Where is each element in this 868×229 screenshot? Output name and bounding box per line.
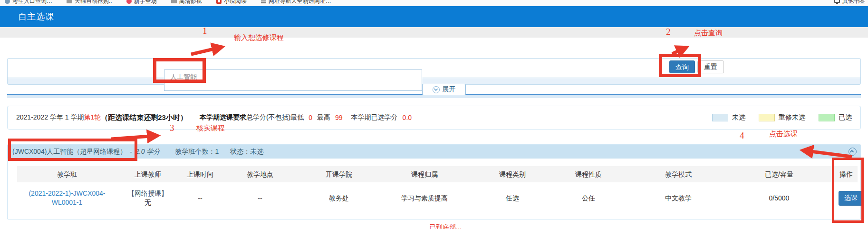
chevron-down-icon bbox=[433, 86, 440, 93]
college-cell: 教务处 bbox=[299, 182, 379, 214]
globe-icon bbox=[5, 0, 10, 4]
query-button[interactable]: 查询 bbox=[669, 60, 695, 73]
class-count: 教学班个数：1 bbox=[175, 148, 219, 156]
bottom-note: 已到底部... bbox=[429, 223, 462, 229]
legend-label: 重修未选 bbox=[779, 113, 805, 122]
teacher-name: 无 bbox=[145, 198, 151, 207]
col-header: 课程类别 bbox=[470, 166, 555, 182]
capacity-cell: 0/5000 bbox=[735, 182, 823, 214]
table-row: (2021-2022-1)-JWCX004-WL0001-1 【网络授课】 无 … bbox=[17, 182, 858, 214]
col-header: 课程性质 bbox=[555, 166, 622, 182]
arrow-step1 bbox=[191, 47, 222, 54]
bookmark-item[interactable]: 网址导航大全精选网址… bbox=[261, 0, 331, 6]
reset-button[interactable]: 重置 bbox=[697, 60, 724, 73]
requirement-text: 总学分(不包括)最低 bbox=[246, 113, 304, 122]
page-title: 自主选课 bbox=[18, 6, 54, 27]
legend-item-retake: 重修未选 bbox=[759, 113, 805, 122]
sub-header-strip bbox=[0, 27, 868, 38]
arrow-step3 bbox=[111, 136, 157, 139]
selected-swatch bbox=[819, 114, 835, 121]
selected-credit-value: 0.0 bbox=[403, 114, 412, 121]
legend-item-selected: 已选 bbox=[819, 113, 852, 122]
selected-credit-label: 本学期已选学分 bbox=[351, 113, 398, 122]
mode-cell: 中文教学 bbox=[622, 182, 735, 214]
table-header-row: 教学班 上课教师 上课时间 教学地点 开课学院 课程归属 课程类别 课程性质 教… bbox=[17, 166, 858, 182]
step3-text: 核实课程 bbox=[196, 124, 225, 133]
legend-item-unselected: 未选 bbox=[712, 113, 745, 122]
search-input[interactable] bbox=[164, 70, 422, 91]
red-dot-icon bbox=[126, 0, 132, 4]
course-selection-page: 考生入口查询… 天猫自动抢购.. 新手全场 高清影视 小说阅读 网址导航大全精选… bbox=[0, 0, 868, 229]
course-header-bar[interactable]: (JWCX004)人工智能（超星网络课程） - 2.0 学分 教学班个数：1 状… bbox=[8, 145, 860, 159]
col-header: 课程归属 bbox=[379, 166, 470, 182]
step2-number: 2 bbox=[666, 27, 671, 37]
bookmark-item[interactable]: 小说阅读 bbox=[216, 0, 247, 6]
countdown-text: （距选课结束还剩23小时） bbox=[101, 113, 187, 122]
expand-label: 展开 bbox=[443, 85, 456, 94]
bookmark-label: 小说阅读 bbox=[224, 0, 247, 5]
category-cell: 任选 bbox=[470, 182, 555, 214]
class-table: 教学班 上课教师 上课时间 教学地点 开课学院 课程归属 课程类别 课程性质 教… bbox=[17, 166, 858, 214]
step1-number: 1 bbox=[203, 26, 207, 36]
course-result-section: (JWCX004)人工智能（超星网络课程） - 2.0 学分 教学班个数：1 状… bbox=[7, 144, 861, 219]
monitor-icon bbox=[834, 0, 840, 3]
col-header-action: 操作 bbox=[823, 166, 857, 182]
browser-bookmarks-bar: 考生入口查询… 天猫自动抢购.. 新手全场 高清影视 小说阅读 网址导航大全精选… bbox=[0, 0, 868, 6]
expand-toggle[interactable]: 展开 bbox=[422, 84, 466, 95]
status-legend: 未选 重修未选 已选 bbox=[712, 113, 852, 122]
step4-number: 4 bbox=[740, 130, 744, 141]
teacher-cell: 【网络授课】 无 bbox=[117, 182, 179, 214]
action-cell: 选课 bbox=[823, 182, 857, 214]
step1-text: 输入想选修课程 bbox=[234, 33, 284, 42]
max-credit-value: 99 bbox=[335, 114, 343, 121]
select-course-button[interactable]: 选课 bbox=[839, 191, 863, 206]
min-credit-value: 0 bbox=[309, 114, 312, 121]
app-header: 自主选课 bbox=[0, 6, 868, 27]
bookmark-label: 网址导航大全精选网址… bbox=[269, 0, 331, 5]
course-status: 状态：未选 bbox=[230, 148, 263, 156]
col-header: 开课学院 bbox=[299, 166, 379, 182]
bookmark-label: 考生入口查询… bbox=[12, 0, 52, 5]
bookmark-label: 新手全场 bbox=[134, 0, 157, 5]
red-square-icon bbox=[216, 0, 222, 4]
other-bookmarks-label: 其他书签 bbox=[842, 0, 865, 5]
col-header: 教学班 bbox=[17, 166, 117, 182]
class-name-link[interactable]: (2021-2022-1)-JWCX004-WL0001-1 bbox=[17, 189, 117, 207]
bookmark-item[interactable]: 考生入口查询… bbox=[5, 0, 52, 6]
nature-cell: 公任 bbox=[555, 182, 622, 214]
unselected-swatch bbox=[712, 114, 728, 121]
course-separator: - bbox=[130, 148, 132, 156]
max-credit-label: 最高 bbox=[317, 113, 330, 122]
col-header: 教学地点 bbox=[222, 166, 299, 182]
col-header: 上课时间 bbox=[179, 166, 222, 182]
bookmark-label: 天猫自动抢购.. bbox=[75, 0, 112, 5]
bookmark-item[interactable]: 新手全场 bbox=[126, 0, 157, 6]
chevron-up-icon[interactable] bbox=[849, 148, 857, 156]
arrow-step2 bbox=[672, 48, 686, 54]
belong-cell: 学习与素质提高 bbox=[379, 182, 470, 214]
retake-swatch bbox=[759, 114, 775, 121]
semester-info-panel: 2021-2022 学年 1 学期 第1轮 （距选课结束还剩23小时） 本学期选… bbox=[7, 106, 861, 129]
step2-text: 点击查询 bbox=[694, 29, 723, 38]
time-cell: -- bbox=[179, 182, 222, 214]
col-header: 已选/容量 bbox=[735, 166, 823, 182]
menu-icon bbox=[261, 0, 266, 3]
step4-text: 点击选课 bbox=[769, 129, 798, 139]
filter-panel bbox=[7, 58, 861, 85]
legend-label: 未选 bbox=[732, 113, 745, 122]
round-text: 第1轮 bbox=[84, 113, 101, 122]
bookmark-item[interactable]: 高清影视 bbox=[171, 0, 202, 6]
term-text: 2021-2022 学年 1 学期 bbox=[16, 113, 84, 122]
folder-icon bbox=[67, 0, 72, 3]
step3-number: 3 bbox=[170, 123, 174, 133]
col-header: 教学模式 bbox=[622, 166, 735, 182]
bookmark-label: 高清影视 bbox=[179, 0, 202, 5]
other-bookmarks-button[interactable]: 其他书签 bbox=[834, 0, 865, 6]
requirement-label: 本学期选课要求 bbox=[200, 113, 246, 122]
course-credits: 2.0 学分 bbox=[135, 148, 160, 156]
bookmark-item[interactable]: 天猫自动抢购.. bbox=[67, 0, 112, 6]
teaching-mode-tag: 【网络授课】 bbox=[128, 189, 168, 198]
filter-panel-footer bbox=[8, 78, 860, 84]
folder-icon bbox=[171, 0, 177, 3]
col-header: 上课教师 bbox=[117, 166, 179, 182]
